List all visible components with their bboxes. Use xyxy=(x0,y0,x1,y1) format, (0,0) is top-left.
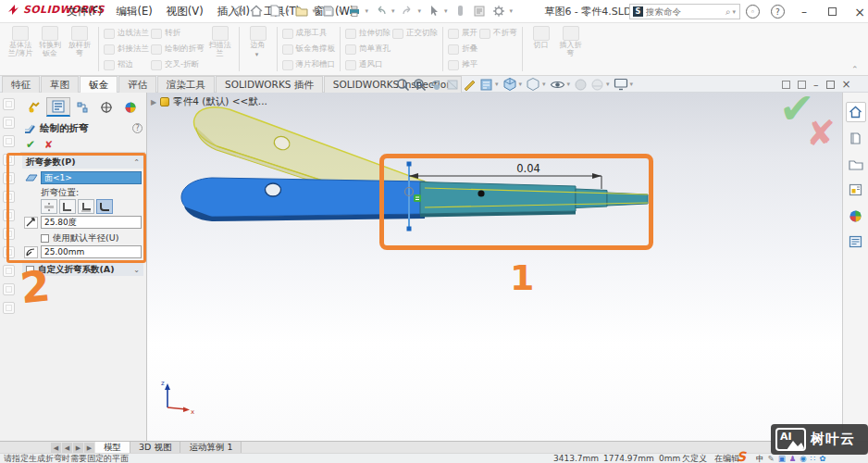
tile-window-icon[interactable] xyxy=(798,81,806,89)
redo-dropdown[interactable]: ▾ xyxy=(418,7,422,15)
dimxpert-manager-tab[interactable] xyxy=(94,97,118,117)
tab-evaluate[interactable]: 评估 xyxy=(118,76,156,93)
hem-button[interactable]: 褶边 xyxy=(104,58,149,71)
file-explorer-icon[interactable] xyxy=(846,154,866,174)
display-style-dropdown[interactable]: ▾ xyxy=(542,81,546,88)
doc-close-button[interactable]: × xyxy=(842,78,851,91)
rip-button[interactable]: 切口 xyxy=(527,26,555,50)
new-document-dropdown[interactable]: ▾ xyxy=(286,7,290,15)
view-palette-icon[interactable] xyxy=(846,180,866,200)
vent-button[interactable]: 通风口 xyxy=(345,58,391,71)
apps-grid-tray-icon[interactable]: ∷ xyxy=(811,454,815,463)
search-scope-dropdown[interactable]: ▾ xyxy=(732,8,736,16)
custom-bend-allowance-checkbox[interactable] xyxy=(26,266,34,274)
unfold-button[interactable]: 展开 xyxy=(448,27,477,40)
view-orientation-icon[interactable] xyxy=(502,77,517,92)
custom-bend-allowance-groupbox[interactable]: 自定义折弯系数(A) ⌄ xyxy=(22,263,143,276)
menu-view[interactable]: 视图(V) xyxy=(167,5,204,19)
part-arm-face[interactable] xyxy=(420,182,576,215)
ime-indicator[interactable]: 中 xyxy=(756,454,764,463)
breadcrumb-expand-icon[interactable]: ▶ xyxy=(151,98,156,106)
pm-ok-button[interactable]: ✔ xyxy=(26,138,35,151)
convert-to-sheet-metal-button[interactable]: 转换到钣金 xyxy=(36,26,64,57)
open-dropdown[interactable]: ▾ xyxy=(313,7,316,15)
doc-minimize-button[interactable]: – xyxy=(813,79,819,91)
display-tray-icon[interactable]: ▣ xyxy=(778,454,786,463)
jog-button[interactable]: 转折 xyxy=(151,27,205,40)
file-properties-button[interactable] xyxy=(472,3,488,19)
bend-centerline-toggle[interactable] xyxy=(41,199,57,214)
sketched-bend-button[interactable]: 绘制的折弯 xyxy=(151,43,205,56)
command-search-input[interactable] xyxy=(646,6,723,17)
confirm-cancel-overlay[interactable]: ✘ xyxy=(806,113,836,154)
window-minimize-button[interactable]: – xyxy=(796,4,812,20)
bend-angle-input[interactable] xyxy=(41,216,142,229)
corner-dropdown[interactable]: ▾ xyxy=(255,51,259,58)
display-style-icon[interactable] xyxy=(526,77,540,92)
last-tab-button[interactable]: ▶ xyxy=(84,443,94,453)
account-icon[interactable]: ◦ xyxy=(746,5,760,19)
new-window-icon[interactable] xyxy=(782,81,790,89)
view-settings-icon[interactable] xyxy=(614,78,628,91)
print-button[interactable] xyxy=(347,3,363,19)
eye-tray-icon[interactable]: ◉ xyxy=(800,454,806,463)
viewport-breadcrumb[interactable]: ▶ 零件4 (默认) <<默... xyxy=(151,95,267,108)
collapse-chevron-icon[interactable]: ⌃ xyxy=(133,158,140,167)
apply-scene-icon[interactable] xyxy=(590,78,604,92)
edge-flange-button[interactable]: 边线法兰 xyxy=(104,27,149,40)
edit-appearance-icon[interactable] xyxy=(574,78,588,92)
zoom-area-icon[interactable] xyxy=(413,78,427,92)
base-flange-button[interactable]: 基体法兰/薄片 xyxy=(6,26,34,57)
fold-button[interactable]: 折叠 xyxy=(448,43,477,56)
no-bends-button[interactable]: 不折弯 xyxy=(479,27,517,40)
redo-button[interactable] xyxy=(400,3,415,19)
graphics-viewport[interactable]: 0.04 z x ▶ 零件4 (默认) <<默... ✔ ✘ xyxy=(147,93,842,443)
options-dropdown[interactable]: ▾ xyxy=(510,7,514,15)
home-tab-icon[interactable] xyxy=(846,102,866,122)
home-button[interactable] xyxy=(248,3,264,19)
custom-properties-icon[interactable] xyxy=(846,232,866,252)
save-button[interactable] xyxy=(320,3,336,19)
sketch-visibility-icon[interactable] xyxy=(463,78,477,92)
sketch-endpoint[interactable] xyxy=(407,227,412,232)
configuration-manager-tab[interactable] xyxy=(70,97,94,117)
view-settings-dropdown[interactable]: ▾ xyxy=(630,81,634,88)
display-manager-tab[interactable] xyxy=(118,97,143,117)
select-button[interactable] xyxy=(426,3,441,19)
corner-button[interactable]: 边角▾ xyxy=(244,26,272,58)
pm-cancel-button[interactable]: ✘ xyxy=(44,139,53,151)
dimension-value[interactable]: 0.04 xyxy=(516,162,540,175)
new-document-button[interactable] xyxy=(267,3,283,19)
expand-chevron-icon[interactable]: ⌄ xyxy=(133,266,140,274)
scene-dropdown[interactable]: ▾ xyxy=(606,81,610,88)
tab-solidworks-addins[interactable]: SOLIDWORKS 插件 xyxy=(216,76,323,93)
bend-parameters-groupbox[interactable]: 折弯参数(P) ⌃ xyxy=(22,156,143,169)
open-button[interactable] xyxy=(294,3,310,19)
options-gear-button[interactable] xyxy=(491,3,507,19)
normal-cut-button[interactable]: 正交切除 xyxy=(392,27,438,40)
pm-help-icon[interactable]: ? xyxy=(132,123,143,133)
lofted-bend-button[interactable]: 放样折弯 xyxy=(66,26,93,57)
pen-tray-icon[interactable]: ✎ xyxy=(768,454,775,463)
visibility-dropdown[interactable]: ▾ xyxy=(495,81,499,88)
miter-flange-button[interactable]: 斜接法兰 xyxy=(104,43,149,56)
bend-outside-toggle[interactable] xyxy=(96,199,113,214)
search-icon[interactable]: ⌕ xyxy=(725,6,731,18)
insert-bends-button[interactable]: 插入折弯 xyxy=(557,26,585,57)
view-orientation-dropdown[interactable]: ▾ xyxy=(519,81,523,88)
tab-and-slot-button[interactable]: 薄片和槽口 xyxy=(282,58,336,71)
ribbon-collapse-button[interactable]: ⌃ xyxy=(851,65,859,74)
print-dropdown[interactable]: ▾ xyxy=(366,7,369,15)
part-blue-body[interactable] xyxy=(181,178,425,217)
extruded-cut-button[interactable]: 拉伸切除 xyxy=(345,27,391,40)
property-manager-tab[interactable] xyxy=(46,97,70,117)
material-inside-toggle[interactable] xyxy=(59,199,76,214)
select-dropdown[interactable]: ▾ xyxy=(444,7,448,15)
design-library-icon[interactable] xyxy=(846,128,866,148)
bend-radius-input[interactable] xyxy=(41,245,142,258)
previous-view-icon[interactable] xyxy=(429,78,443,92)
swept-flange-button[interactable]: 扫描法兰 xyxy=(206,26,234,57)
use-default-radius-checkbox[interactable] xyxy=(41,234,49,243)
feature-manager-tab[interactable] xyxy=(22,97,46,117)
tab-sheet-metal[interactable]: 钣金 xyxy=(80,76,118,93)
